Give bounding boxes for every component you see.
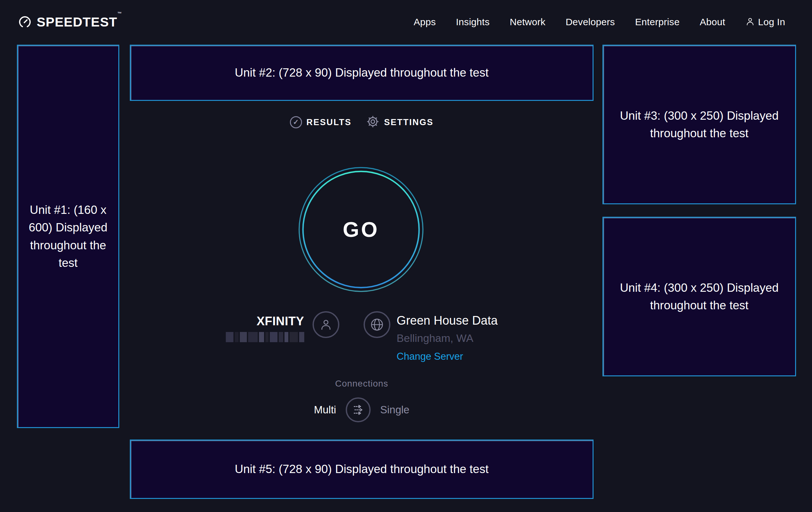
speedometer-icon: [18, 15, 32, 29]
connections-title: Connections: [335, 378, 388, 389]
server-name: Green House Data: [397, 314, 498, 327]
speedtest-logo[interactable]: SPEEDTEST™: [18, 15, 122, 30]
settings-tab-label: SETTINGS: [384, 117, 433, 127]
multi-arrows-icon[interactable]: [346, 397, 371, 422]
ad-unit-1[interactable]: Unit #1: (160 x 600) Displayed throughou…: [17, 45, 119, 428]
isp-user-icon[interactable]: [313, 311, 339, 338]
ad-unit-2-label: Unit #2: (728 x 90) Displayed throughout…: [225, 64, 498, 82]
user-icon: [745, 17, 755, 27]
globe-icon[interactable]: [364, 311, 390, 338]
nav-item-apps[interactable]: Apps: [414, 17, 436, 27]
ad-unit-3-label: Unit #3: (300 x 250) Displayed throughou…: [603, 107, 795, 142]
connections-multi-option[interactable]: Multi: [314, 404, 336, 416]
tab-settings[interactable]: SETTINGS: [366, 115, 433, 130]
ad-unit-1-label: Unit #1: (160 x 600) Displayed throughou…: [18, 201, 118, 272]
go-button[interactable]: GO: [297, 166, 425, 293]
results-tab-label: RESULTS: [307, 117, 352, 127]
tab-results[interactable]: ✓ RESULTS: [290, 115, 352, 130]
login-button[interactable]: Log In: [745, 17, 785, 27]
ad-unit-2[interactable]: Unit #2: (728 x 90) Displayed throughout…: [130, 45, 593, 101]
change-server-link[interactable]: Change Server: [397, 351, 498, 362]
server-block: Green House Data Bellingham, WA Change S…: [364, 311, 498, 362]
login-label: Log In: [758, 17, 785, 27]
results-settings-tabs: ✓ RESULTS SETTINGS: [130, 115, 593, 130]
check-circle-icon: ✓: [290, 116, 302, 128]
main-nav: Apps Insights Network Developers Enterpr…: [414, 17, 785, 27]
logo-wordmark: SPEEDTEST™: [37, 15, 122, 30]
isp-name: XFINITY: [256, 315, 304, 328]
gear-icon: [366, 115, 379, 130]
isp-text: XFINITY: [226, 315, 304, 342]
connections-single-option[interactable]: Single: [380, 404, 409, 416]
ad-unit-5-label: Unit #5: (728 x 90) Displayed throughout…: [225, 460, 498, 478]
ad-unit-4-label: Unit #4: (300 x 250) Displayed throughou…: [603, 279, 795, 315]
nav-item-enterprise[interactable]: Enterprise: [635, 17, 679, 27]
isp-block: XFINITY: [226, 311, 339, 342]
connections-toggle-row: Multi Single: [314, 397, 409, 422]
trademark-symbol: ™: [117, 11, 122, 16]
server-text: Green House Data Bellingham, WA Change S…: [397, 314, 498, 362]
nav-item-developers[interactable]: Developers: [566, 17, 615, 27]
nav-item-network[interactable]: Network: [510, 17, 545, 27]
nav-item-about[interactable]: About: [700, 17, 725, 27]
test-meta-row: XFINITY Green House Data Bellingham, WA …: [130, 311, 593, 362]
redacted-ip-text: [226, 332, 304, 342]
ad-unit-5[interactable]: Unit #5: (728 x 90) Displayed throughout…: [130, 439, 593, 499]
top-nav-bar: SPEEDTEST™ Apps Insights Network Develop…: [0, 0, 812, 44]
nav-item-insights[interactable]: Insights: [456, 17, 490, 27]
connections-section: Connections Multi Single: [130, 378, 593, 422]
ad-unit-3[interactable]: Unit #3: (300 x 250) Displayed throughou…: [603, 45, 796, 204]
server-location: Bellingham, WA: [397, 332, 498, 344]
go-button-label: GO: [297, 166, 425, 293]
ad-unit-4[interactable]: Unit #4: (300 x 250) Displayed throughou…: [603, 217, 796, 376]
